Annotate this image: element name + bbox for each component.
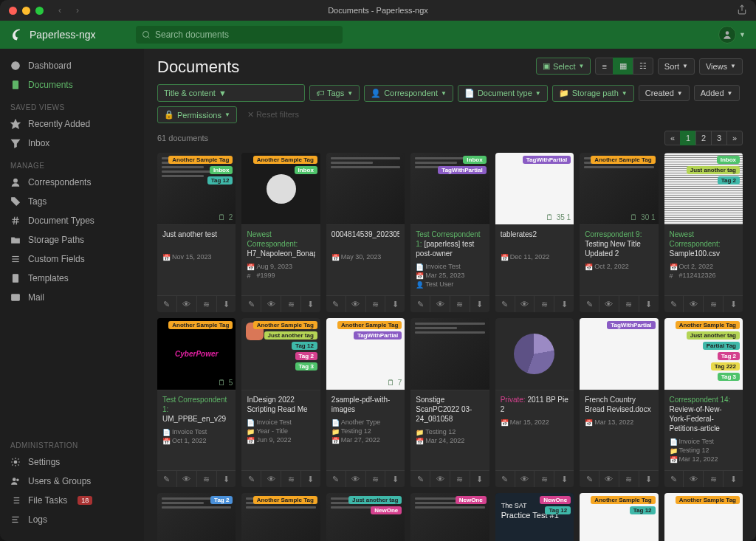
sidebar-item-mail[interactable]: Mail [0, 288, 144, 307]
document-type-filter[interactable]: 📄 Document type ▼ [458, 85, 548, 102]
tag-pill[interactable]: Another Sample Tag [253, 321, 317, 329]
action-edit[interactable]: ✎ [664, 296, 684, 312]
document-thumb[interactable] [326, 153, 405, 225]
document-thumb[interactable]: Another Sample TagJust another tagPartia… [664, 318, 743, 390]
action-similar[interactable]: ≋ [619, 471, 639, 487]
action-edit[interactable]: ✎ [157, 471, 177, 487]
window-minimize[interactable] [22, 7, 30, 15]
action-edit[interactable]: ✎ [580, 296, 599, 312]
tag-pill[interactable]: Another Sample Tag [676, 496, 740, 504]
page-2[interactable]: 2 [695, 131, 712, 145]
action-download[interactable]: ⬇ [470, 471, 489, 487]
tag-pill[interactable]: NewOne [456, 496, 487, 504]
tag-pill[interactable]: Just another tag [264, 331, 317, 340]
document-thumb[interactable]: Another Sample TagJust another tagTag 12… [241, 318, 320, 390]
tag-pill[interactable]: Inbox [717, 156, 740, 164]
action-similar[interactable]: ≋ [704, 296, 724, 312]
action-download[interactable]: ⬇ [470, 296, 489, 312]
sidebar-item-file-tasks[interactable]: File Tasks 18 [0, 491, 144, 510]
document-thumb[interactable]: InboxJust another tagTag 2 [664, 153, 743, 225]
action-edit[interactable]: ✎ [241, 471, 261, 487]
sidebar-item-settings[interactable]: Settings [0, 452, 144, 472]
action-preview[interactable]: 👁 [515, 471, 535, 487]
tags-filter[interactable]: 🏷 Tags ▼ [309, 85, 360, 101]
action-preview[interactable]: 👁 [430, 471, 450, 487]
view-small-cards[interactable]: ▦ [613, 58, 633, 75]
document-card[interactable]: Private: 2011 BP Pie 2📅 Mar 15, 2022✎👁≋⬇ [495, 318, 574, 487]
action-download[interactable]: ⬇ [385, 471, 405, 487]
action-edit[interactable]: ✎ [157, 296, 177, 312]
document-thumb[interactable]: Another Sample Tag [241, 493, 320, 541]
tag-pill[interactable]: Another Sample Tag [253, 156, 317, 164]
document-thumb[interactable]: Another Sample TagInbox [241, 153, 320, 225]
action-download[interactable]: ⬇ [724, 471, 743, 487]
action-edit[interactable]: ✎ [326, 296, 346, 312]
document-title[interactable]: 0004814539_20230531 [331, 230, 399, 249]
views-button[interactable]: Views ▼ [699, 58, 743, 75]
document-card[interactable]: Another Sample TagJust another tagPartia… [664, 318, 743, 487]
profile-menu[interactable] [718, 26, 736, 44]
sidebar-item-users-groups[interactable]: Users & Groups [0, 472, 144, 491]
tag-pill[interactable]: Another Sample Tag [591, 156, 655, 164]
action-similar[interactable]: ≋ [619, 296, 639, 312]
action-similar[interactable]: ≋ [197, 296, 217, 312]
permissions-filter[interactable]: 🔒 Permissions ▼ [157, 106, 237, 123]
action-edit[interactable]: ✎ [326, 471, 346, 487]
document-title[interactable]: Private: 2011 BP Pie 2 [501, 395, 568, 414]
action-download[interactable]: ⬇ [724, 296, 743, 312]
tag-pill[interactable]: Tag 3 [295, 362, 317, 371]
action-download[interactable]: ⬇ [385, 296, 405, 312]
sidebar-item-templates[interactable]: Templates [0, 269, 144, 288]
action-preview[interactable]: 👁 [430, 296, 450, 312]
action-download[interactable]: ⬇ [301, 296, 320, 312]
document-card[interactable]: Another Sample TagInboxNewest Correspond… [241, 153, 320, 312]
document-title[interactable]: Correspondent 9: Testing New Title Updat… [585, 230, 653, 258]
document-thumb[interactable]: CyberPowerAnother Sample Tag🗒5 [157, 318, 236, 390]
action-similar[interactable]: ≋ [450, 296, 470, 312]
page-3[interactable]: 3 [711, 131, 727, 145]
document-title[interactable]: tablerates2 [501, 230, 568, 249]
document-title[interactable]: 2sample-pdf-with-images [331, 395, 399, 414]
document-title[interactable]: InDesign 2022 Scripting Read Me [247, 395, 315, 414]
action-preview[interactable]: 👁 [346, 471, 366, 487]
tag-pill[interactable]: Another Sample Tag [676, 321, 740, 329]
nav-forward[interactable]: › [72, 5, 83, 15]
tag-pill[interactable]: Tag 12 [545, 506, 571, 514]
tag-pill[interactable]: Another Sample Tag [253, 496, 317, 504]
sidebar-item-correspondents[interactable]: Correspondents [0, 173, 144, 192]
created-filter[interactable]: Created ▼ [639, 85, 690, 101]
brand[interactable]: Paperless-ngx [10, 28, 136, 41]
document-card[interactable]: TagWithPartialFrench Country Bread Revis… [580, 318, 658, 487]
document-title[interactable]: Test Correspondent 1: [paperless] test p… [416, 230, 484, 258]
sort-button[interactable]: Sort ▼ [658, 58, 695, 75]
action-similar[interactable]: ≋ [535, 471, 554, 487]
sidebar-item-tags[interactable]: Tags [0, 192, 144, 211]
document-card[interactable]: CyberPowerAnother Sample Tag🗒5Test Corre… [157, 318, 236, 487]
document-card[interactable]: Another Sample TagTagWithPartial🗒72sampl… [326, 318, 405, 487]
action-similar[interactable]: ≋ [366, 296, 386, 312]
document-card[interactable]: NewOne [410, 493, 489, 541]
page-next[interactable]: » [726, 131, 743, 145]
action-preview[interactable]: 👁 [684, 471, 704, 487]
document-title[interactable]: Newest Correspondent: Sample100.csv [670, 230, 738, 258]
tag-pill[interactable]: TagWithPartial [438, 166, 486, 174]
action-similar[interactable]: ≋ [281, 471, 301, 487]
storage-path-filter[interactable]: 📁 Storage path ▼ [552, 85, 634, 102]
document-title[interactable]: Sonstige ScanPC2022 03-24_081058 [416, 395, 484, 424]
action-edit[interactable]: ✎ [495, 471, 515, 487]
document-thumb[interactable]: Another Sample Tag [664, 493, 743, 541]
tag-pill[interactable]: Tag 12 [292, 342, 317, 350]
document-title[interactable]: Correspondent 14: Review-of-New-York-Fed… [670, 395, 738, 433]
select-button[interactable]: ▣ Select ▼ [536, 58, 591, 75]
action-download[interactable]: ⬇ [217, 296, 236, 312]
tag-pill[interactable]: Tag 2 [295, 352, 317, 360]
tag-pill[interactable]: Tag 12 [207, 176, 233, 185]
action-download[interactable]: ⬇ [554, 296, 574, 312]
tag-pill[interactable]: Just another tag [687, 166, 740, 174]
window-close[interactable] [9, 7, 17, 15]
tag-pill[interactable]: Tag 2 [718, 176, 740, 185]
tag-pill[interactable]: Inbox [295, 166, 317, 174]
action-similar[interactable]: ≋ [366, 471, 386, 487]
tag-pill[interactable]: Another Sample Tag [591, 496, 655, 504]
action-edit[interactable]: ✎ [664, 471, 684, 487]
